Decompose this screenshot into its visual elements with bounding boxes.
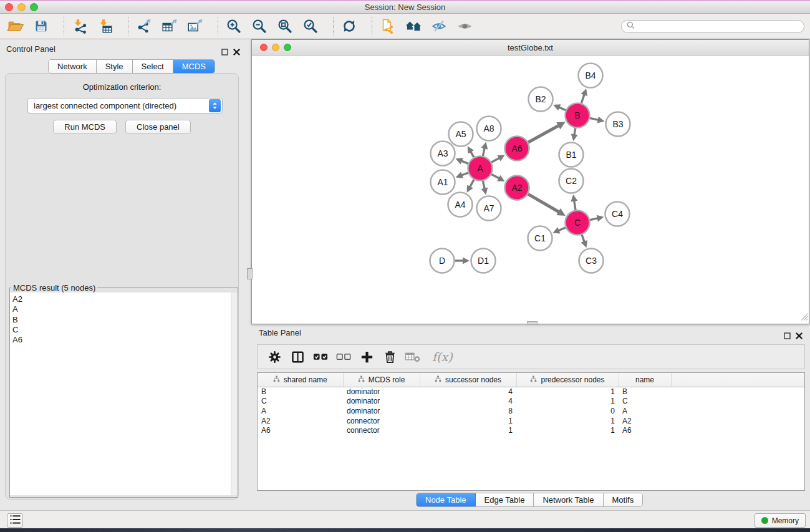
- refresh-icon[interactable]: [340, 17, 359, 36]
- table-cell[interactable]: 4: [420, 387, 516, 397]
- graph-edge-C-C3[interactable]: [582, 235, 584, 242]
- vertical-splitter-handle[interactable]: [247, 268, 253, 279]
- float-panel-icon[interactable]: [784, 331, 791, 342]
- table-cell[interactable]: A2: [258, 417, 343, 427]
- close-panel-button[interactable]: Close panel: [125, 120, 191, 134]
- table-cell[interactable]: dominator: [343, 387, 420, 397]
- graph-edge-B-B2[interactable]: [559, 107, 566, 110]
- graph-edge-A6-B[interactable]: [528, 125, 559, 142]
- result-item[interactable]: A2: [12, 294, 238, 304]
- network-file-icon[interactable]: [378, 17, 397, 36]
- delete-row-icon[interactable]: [382, 348, 398, 365]
- zoom-fit-icon[interactable]: [276, 17, 294, 36]
- table-cell[interactable]: A6: [619, 426, 671, 436]
- table-cell[interactable]: dominator: [343, 407, 420, 417]
- table-cell[interactable]: dominator: [343, 397, 420, 407]
- graph-edge-A-A2[interactable]: [491, 175, 499, 179]
- table-cell[interactable]: 1: [516, 426, 619, 436]
- table-cell[interactable]: C: [258, 397, 343, 407]
- function-builder-icon[interactable]: f(x): [432, 350, 453, 364]
- open-file-icon[interactable]: [6, 17, 25, 36]
- zoom-in-icon[interactable]: [224, 17, 243, 36]
- result-item[interactable]: B: [12, 315, 238, 325]
- table-cell[interactable]: 1: [516, 387, 619, 397]
- graph-edge-A-A4[interactable]: [470, 180, 475, 187]
- graph-edge-A-A5[interactable]: [471, 152, 474, 157]
- column-header-successor-nodes[interactable]: successor nodes: [420, 373, 516, 387]
- table-cell[interactable]: A6: [258, 426, 343, 436]
- task-history-button[interactable]: [7, 513, 23, 528]
- tab-motifs[interactable]: Motifs: [604, 493, 643, 506]
- search-input[interactable]: [638, 21, 804, 32]
- zoom-selected-icon[interactable]: [301, 17, 320, 36]
- result-list-scrollbar[interactable]: [231, 293, 238, 495]
- table-row[interactable]: A2connector11A2: [258, 417, 804, 427]
- result-item[interactable]: A6: [12, 335, 238, 345]
- table-row[interactable]: A6connector11A6: [258, 426, 804, 436]
- graph-edge-A-A7[interactable]: [483, 181, 485, 189]
- network-window-titlebar[interactable]: testGlobe.txt: [252, 40, 809, 56]
- graph-edge-A-A3[interactable]: [461, 161, 468, 164]
- table-cell[interactable]: 8: [420, 407, 516, 417]
- criterion-select[interactable]: largest connected component (directed): [27, 98, 223, 114]
- zoom-out-icon[interactable]: [250, 17, 269, 36]
- export-image-icon[interactable]: [186, 17, 205, 36]
- graph-edge-C-C1[interactable]: [559, 228, 566, 231]
- table-cell[interactable]: 1: [420, 417, 516, 427]
- result-item[interactable]: A: [12, 304, 238, 314]
- save-session-icon[interactable]: [32, 17, 51, 36]
- column-header-name[interactable]: name: [619, 373, 671, 387]
- tab-node-table[interactable]: Node Table: [417, 493, 476, 506]
- add-row-icon[interactable]: [359, 348, 375, 365]
- select-all-rows-icon[interactable]: [312, 348, 329, 365]
- tab-network[interactable]: Network: [49, 60, 97, 73]
- tab-mcds[interactable]: MCDS: [173, 60, 215, 73]
- table-cell[interactable]: A: [258, 407, 343, 417]
- graph-edge-A2-C[interactable]: [528, 194, 559, 212]
- run-mcds-button[interactable]: Run MCDS: [53, 120, 117, 134]
- export-table-icon[interactable]: [160, 17, 179, 36]
- table-cell[interactable]: connector: [343, 417, 420, 427]
- table-cell[interactable]: A2: [619, 417, 671, 427]
- home-icon[interactable]: [404, 17, 423, 36]
- table-settings-gear-icon[interactable]: [266, 348, 282, 365]
- table-cell[interactable]: 1: [516, 417, 619, 427]
- graph-edge-A-A8[interactable]: [483, 148, 485, 156]
- column-header-mcds-role[interactable]: MCDS role: [343, 373, 420, 387]
- show-eye-icon[interactable]: [455, 17, 474, 36]
- result-item[interactable]: C: [12, 325, 238, 335]
- hide-panel-eye-icon[interactable]: [430, 17, 448, 36]
- column-header-predecessor-nodes[interactable]: predecessor nodes: [516, 373, 619, 387]
- network-canvas[interactable]: AA1A3A5A8A4A7A6A2BB1B2B3B4CC1C2C3C4DD1: [252, 56, 809, 324]
- table-row[interactable]: Bdominator41B: [258, 387, 804, 397]
- graph-edge-C-C4[interactable]: [590, 218, 598, 220]
- table-cell[interactable]: A: [619, 407, 671, 417]
- table-cell[interactable]: B: [258, 387, 343, 397]
- column-header-shared-name[interactable]: shared name: [258, 373, 343, 387]
- graph-edge-B-B3[interactable]: [590, 118, 599, 120]
- tab-edge-table[interactable]: Edge Table: [476, 493, 534, 506]
- graph-edge-A-A1[interactable]: [461, 173, 468, 175]
- table-row[interactable]: Adominator80A: [258, 407, 804, 417]
- table-cell[interactable]: 1: [516, 397, 619, 407]
- tab-network-table[interactable]: Network Table: [534, 493, 603, 506]
- graph-edge-B-B1[interactable]: [574, 128, 576, 135]
- table-cell[interactable]: 0: [516, 407, 619, 417]
- export-network-icon[interactable]: [135, 17, 153, 36]
- graph-edge-A-A6[interactable]: [491, 158, 499, 162]
- table-cell[interactable]: 4: [420, 397, 516, 407]
- memory-button[interactable]: Memory: [755, 513, 806, 528]
- tab-style[interactable]: Style: [97, 60, 133, 73]
- search-field[interactable]: [621, 20, 804, 33]
- table-row[interactable]: Cdominator41C: [258, 397, 804, 407]
- import-table-icon[interactable]: [96, 17, 115, 36]
- show-columns-icon[interactable]: [289, 348, 306, 365]
- close-panel-icon[interactable]: [796, 331, 803, 342]
- close-panel-icon[interactable]: [233, 47, 240, 58]
- graph-edge-C-C2[interactable]: [574, 201, 576, 210]
- float-panel-icon[interactable]: [221, 47, 228, 58]
- table-cell[interactable]: C: [619, 397, 671, 407]
- graph-edge-B-B4[interactable]: [581, 94, 584, 103]
- table-cell[interactable]: 1: [420, 426, 516, 436]
- resize-grip-icon[interactable]: [800, 312, 808, 323]
